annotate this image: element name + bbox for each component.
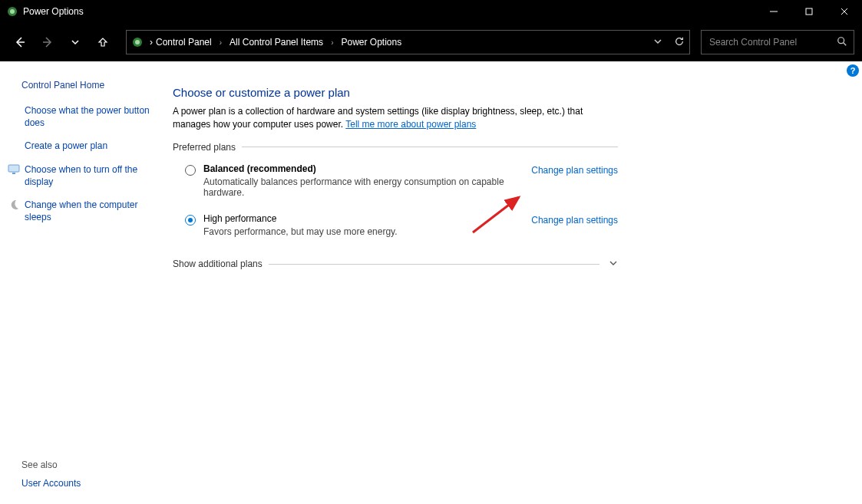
radio-high-performance[interactable]: [185, 215, 196, 226]
plan-balanced-desc: Automatically balances performance with …: [203, 176, 523, 198]
preferred-plans-header: Preferred plans: [173, 142, 618, 153]
refresh-button[interactable]: [674, 36, 685, 49]
control-panel-icon: [131, 36, 144, 48]
plan-high-performance-desc: Favors performance, but may use more ene…: [203, 226, 523, 237]
sidebar: Control Panel Home Choose what the power…: [0, 61, 165, 504]
chevron-right-icon: ›: [331, 38, 333, 47]
sidebar-item-power-button: Choose what the power button does: [8, 104, 157, 129]
divider: [269, 264, 599, 265]
up-button[interactable]: [91, 30, 115, 54]
breadcrumb-control-panel[interactable]: Control Panel: [156, 37, 212, 48]
page-description: A power plan is a collection of hardware…: [173, 105, 618, 131]
link-power-button-does[interactable]: Choose what the power button does: [25, 104, 157, 129]
svg-rect-6: [8, 165, 19, 172]
page-heading: Choose or customize a power plan: [173, 86, 816, 99]
minimize-button[interactable]: [756, 0, 791, 23]
svg-rect-2: [806, 8, 812, 15]
link-change-settings-balanced[interactable]: Change plan settings: [531, 165, 618, 176]
blank-icon: [8, 140, 20, 152]
link-control-panel-home[interactable]: Control Panel Home: [21, 80, 157, 91]
additional-plans-header[interactable]: Show additional plans: [173, 259, 618, 270]
content-pane: ? Choose or customize a power plan A pow…: [165, 61, 862, 504]
sidebar-item-turn-off-display: Choose when to turn off the display: [8, 163, 157, 188]
preferred-plans-label: Preferred plans: [173, 142, 236, 153]
recent-dropdown[interactable]: [63, 30, 88, 54]
link-turn-off-display[interactable]: Choose when to turn off the display: [25, 163, 157, 188]
link-user-accounts[interactable]: User Accounts: [21, 478, 81, 489]
maximize-button[interactable]: [791, 0, 827, 23]
link-tell-me-more[interactable]: Tell me more about power plans: [345, 119, 476, 130]
window-title: Power Options: [23, 6, 84, 17]
breadcrumb-all-items[interactable]: All Control Panel Items: [230, 37, 323, 48]
svg-rect-7: [12, 173, 15, 174]
monitor-icon: [8, 163, 20, 176]
help-icon[interactable]: ?: [847, 64, 859, 77]
breadcrumb: Control Panel › All Control Panel Items …: [156, 37, 401, 48]
plan-balanced-name[interactable]: Balanced (recommended): [203, 163, 523, 174]
chevron-down-icon[interactable]: [609, 259, 618, 270]
search-icon[interactable]: [837, 36, 847, 49]
divider: [242, 147, 618, 147]
see-also-section: See also User Accounts: [21, 460, 81, 489]
svg-point-4: [135, 40, 140, 44]
link-computer-sleeps[interactable]: Change when the computer sleeps: [25, 199, 157, 223]
sidebar-item-create-plan: Create a power plan: [8, 140, 157, 152]
back-button[interactable]: [8, 30, 32, 54]
sidebar-item-computer-sleeps: Change when the computer sleeps: [8, 199, 157, 223]
search-bar[interactable]: [701, 30, 854, 54]
link-create-power-plan[interactable]: Create a power plan: [25, 140, 107, 152]
close-button[interactable]: [827, 0, 862, 23]
address-dropdown-icon[interactable]: [654, 37, 662, 48]
plan-high-performance-name[interactable]: High performance: [203, 213, 523, 224]
forward-button[interactable]: [35, 30, 60, 54]
blank-icon: [8, 104, 20, 117]
navbar: › Control Panel › All Control Panel Item…: [0, 23, 862, 61]
search-input[interactable]: [708, 36, 832, 48]
plan-high-performance: High performance Favors performance, but…: [173, 210, 618, 240]
plan-balanced: Balanced (recommended) Automatically bal…: [173, 160, 618, 201]
see-also-label: See also: [21, 460, 81, 470]
titlebar: Power Options: [0, 0, 862, 23]
radio-balanced[interactable]: [185, 165, 196, 176]
address-bar[interactable]: › Control Panel › All Control Panel Item…: [126, 30, 690, 54]
svg-point-5: [838, 37, 844, 43]
additional-plans-label: Show additional plans: [173, 259, 263, 269]
svg-point-1: [10, 9, 15, 14]
chevron-right-icon: ›: [220, 38, 222, 47]
moon-icon: [8, 199, 20, 211]
link-change-settings-high-perf[interactable]: Change plan settings: [531, 215, 618, 226]
app-icon: [6, 5, 18, 18]
breadcrumb-power-options[interactable]: Power Options: [341, 37, 401, 48]
chevron-right-icon: ›: [150, 37, 153, 48]
